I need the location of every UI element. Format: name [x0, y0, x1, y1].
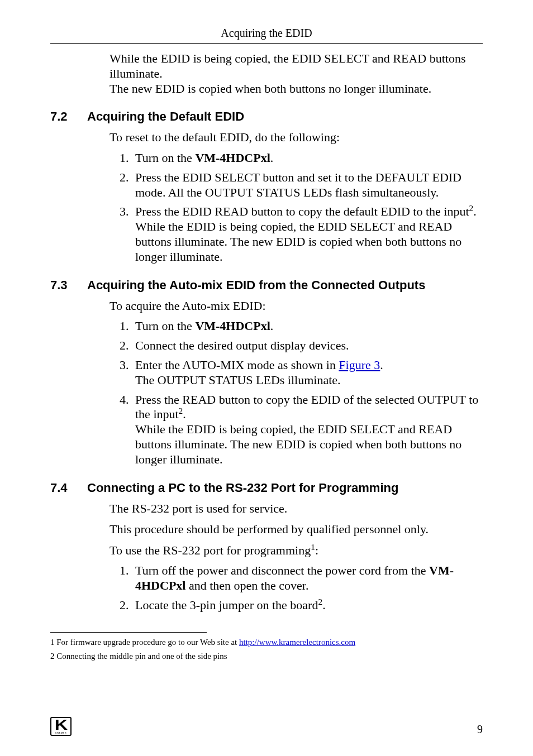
- list-item: Enter the AUTO-MIX mode as shown in Figu…: [132, 358, 483, 388]
- section-number: 7.4: [50, 481, 87, 495]
- section-7-4-p3: To use the RS-232 port for programming1:: [110, 543, 483, 558]
- section-7-2-heading: 7.2 Acquiring the Default EDID: [50, 109, 483, 124]
- running-header: Acquiring the EDID: [50, 27, 483, 40]
- section-7-4-heading: 7.4 Connecting a PC to the RS-232 Port f…: [50, 481, 483, 495]
- list-item: Turn on the VM-4HDCPxl.: [132, 151, 483, 166]
- footnote-rule: [50, 632, 207, 633]
- step-text-line2: The OUTPUT STATUS LEDs illuminate.: [135, 373, 341, 387]
- header-rule: [50, 43, 483, 44]
- footnote-ref: 2: [318, 597, 322, 606]
- intro-block: While the EDID is being copied, the EDID…: [110, 51, 483, 96]
- page-number: 9: [477, 723, 483, 736]
- list-item: Press the READ button to copy the EDID o…: [132, 393, 483, 467]
- list-item: Turn on the VM-4HDCPxl.: [132, 319, 483, 334]
- step-text: Press the READ button to copy the EDID o…: [135, 393, 478, 422]
- step-text-line2: While the EDID is being copied, the EDID…: [135, 422, 461, 466]
- footnote-ref: 1: [311, 542, 315, 551]
- list-item: Connect the desired output display devic…: [132, 338, 483, 353]
- footnote-1-text: 1 For firmware upgrade procedure go to o…: [50, 638, 239, 647]
- step-text-tail: and then open the cover.: [185, 578, 308, 592]
- list-item: Locate the 3-pin jumper on the board2.: [132, 598, 483, 613]
- intro-line-2: The new EDID is copied when both buttons…: [110, 82, 431, 95]
- figure-link[interactable]: Figure 3: [339, 358, 380, 372]
- section-7-4-p1: The RS-232 port is used for service.: [110, 501, 483, 516]
- footnote-2: 2 Connecting the middle pin and one of t…: [50, 650, 483, 663]
- step-text: Turn on the: [135, 319, 195, 333]
- logo-brand: KRAMER: [51, 731, 70, 734]
- intro-line-1: While the EDID is being copied, the EDID…: [110, 51, 465, 80]
- step-text: Press the EDID READ button to copy the d…: [135, 204, 469, 218]
- section-7-4-p2: This procedure should be performed by qu…: [110, 521, 483, 537]
- step-text-tail: .: [380, 358, 383, 372]
- list-item: Press the EDID READ button to copy the d…: [132, 204, 483, 264]
- step-text: Locate the 3-pin jumper on the board: [135, 598, 318, 612]
- page-footer: K KRAMER 9: [50, 717, 483, 736]
- footnote-1: 1 For firmware upgrade procedure go to o…: [50, 636, 483, 649]
- brand-logo: K KRAMER: [50, 717, 72, 736]
- section-title: Acquiring the Default EDID: [87, 109, 244, 124]
- step-text: Enter the AUTO-MIX mode as shown in: [135, 358, 339, 372]
- section-7-2-steps: Turn on the VM-4HDCPxl. Press the EDID S…: [110, 151, 483, 265]
- section-7-3-heading: 7.3 Acquiring the Auto-mix EDID from the…: [50, 278, 483, 293]
- p3-text: To use the RS-232 port for programming: [110, 543, 311, 557]
- section-number: 7.3: [50, 278, 87, 293]
- step-text-tail: .: [322, 598, 326, 612]
- logo-letter: K: [54, 717, 67, 732]
- p3-tail: :: [315, 543, 318, 557]
- section-number: 7.2: [50, 109, 87, 124]
- step-text: Turn on the: [135, 151, 195, 165]
- section-title: Connecting a PC to the RS-232 Port for P…: [87, 481, 398, 495]
- product-name: VM-4HDCPxl: [195, 151, 270, 165]
- section-7-4-steps: Turn off the power and disconnect the po…: [110, 563, 483, 613]
- footnote-1-link[interactable]: http://www.kramerelectronics.com: [239, 638, 355, 647]
- section-7-3-steps: Turn on the VM-4HDCPxl. Connect the desi…: [110, 319, 483, 467]
- section-7-2-intro: To reset to the default EDID, do the fol…: [110, 130, 483, 145]
- step-text: Connect the desired output display devic…: [135, 338, 349, 352]
- step-text: Turn off the power and disconnect the po…: [135, 563, 429, 577]
- step-text-tail: .: [270, 319, 274, 333]
- step-text: Press the EDID SELECT button and set it …: [135, 170, 461, 199]
- step-text-tail: .: [183, 407, 186, 421]
- step-text-tail: .: [270, 151, 274, 165]
- section-title: Acquiring the Auto-mix EDID from the Con…: [87, 278, 425, 293]
- section-7-3-intro: To acquire the Auto-mix EDID:: [110, 298, 483, 314]
- list-item: Press the EDID SELECT button and set it …: [132, 170, 483, 200]
- list-item: Turn off the power and disconnect the po…: [132, 563, 483, 594]
- product-name: VM-4HDCPxl: [195, 319, 270, 333]
